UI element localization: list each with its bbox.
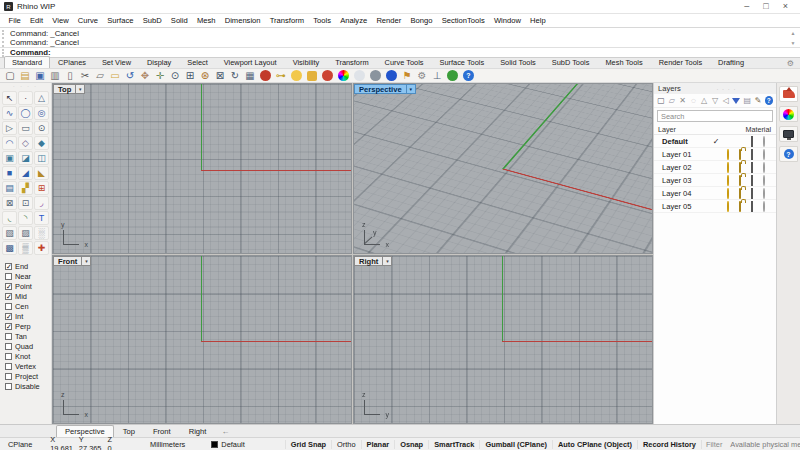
sphere-tool-icon[interactable]: ◢ (18, 166, 33, 180)
viewport-front[interactable]: Front ▾ z x (52, 255, 352, 424)
osnap-checkbox[interactable] (5, 363, 12, 370)
status-pane-toggle[interactable]: Auto CPlane (Object) (552, 440, 637, 449)
toolbar-tab[interactable]: CPlanes (50, 56, 94, 68)
viewport-perspective-title[interactable]: Perspective ▾ (354, 84, 416, 94)
viewport-tab[interactable]: Top (114, 425, 144, 437)
plane-tool-icon[interactable]: ▣ (2, 151, 17, 165)
layer-name[interactable]: Layer 02 (662, 163, 710, 172)
polyline-tool-icon[interactable]: ▷ (2, 121, 17, 135)
filter-funnel-icon[interactable] (732, 95, 740, 106)
layers-search-input[interactable] (657, 110, 773, 122)
link-nodes-icon[interactable]: ⊶ (274, 69, 288, 82)
layer-color-swatch[interactable] (751, 136, 753, 147)
cut-icon[interactable]: ✂ (78, 69, 92, 82)
toolbar-tab[interactable]: Transform (327, 56, 376, 68)
layer-color-swatch[interactable] (751, 175, 753, 186)
layer-name[interactable]: Layer 04 (662, 189, 710, 198)
layer-material-icon[interactable] (763, 136, 765, 147)
layer-row-default[interactable]: Default ✓ (654, 135, 776, 148)
osnap-checkbox[interactable] (5, 373, 12, 380)
command-scrollbar[interactable]: ▲ ▼ (789, 30, 797, 46)
viewport-tab-scroll-arrow-icon[interactable]: ← (221, 427, 229, 436)
array-tool-icon[interactable]: ▨ (18, 226, 33, 240)
split-tool-icon[interactable]: ◝ (18, 211, 33, 225)
menu-item[interactable]: SectionTools (437, 16, 489, 25)
menu-item[interactable]: Mesh (192, 16, 220, 25)
menu-item[interactable]: Render (372, 16, 406, 25)
current-layer-indicator[interactable]: Default (211, 440, 244, 449)
layers-help-icon[interactable]: ? (765, 96, 773, 105)
tab-layers-shark-icon[interactable] (779, 86, 798, 102)
sphere-blue-icon[interactable] (386, 70, 397, 81)
copy-icon[interactable]: ▱ (93, 69, 107, 82)
transform-handle-icon[interactable]: ⊥ (430, 69, 444, 82)
viewport-title-dropdown-icon[interactable]: ▾ (383, 256, 392, 266)
open-folder-icon[interactable]: ▤ (18, 69, 32, 82)
cplane-flag-icon[interactable]: ⚑ (400, 69, 414, 82)
undo-icon[interactable]: ↺ (123, 69, 137, 82)
menu-item[interactable]: Solid (166, 16, 192, 25)
viewport-title-label[interactable]: Right (354, 256, 383, 266)
osnap-checkbox[interactable] (5, 273, 12, 280)
panel-drag-dots[interactable]: · · · · (681, 86, 772, 92)
ellipse-tool-icon[interactable]: ◎ (34, 106, 49, 120)
layer-lock-icon[interactable] (739, 201, 741, 212)
extract-tool-icon[interactable]: ▞ (18, 181, 33, 195)
layer-color-swatch[interactable] (751, 201, 753, 212)
toolbar-tab[interactable]: Drafting (710, 56, 752, 68)
toolbar-options-gear-icon[interactable]: ⚙ (787, 59, 794, 68)
osnap-checkbox[interactable]: ✓ (5, 263, 12, 270)
layer-row[interactable]: Layer 02 (654, 161, 776, 174)
point-tool-icon[interactable]: ∙ (18, 91, 33, 105)
menu-item[interactable]: Edit (25, 16, 47, 25)
toolbar-tab[interactable]: Mesh Tools (597, 56, 650, 68)
viewport-right-title[interactable]: Right ▾ (354, 256, 392, 266)
layer-visibility-bulb-icon[interactable] (727, 175, 729, 186)
curve-tool-icon[interactable]: ∿ (2, 106, 17, 120)
print-icon[interactable]: ▥ (48, 69, 62, 82)
polygon-tool-icon[interactable]: ⊙ (34, 121, 49, 135)
shark-render-icon[interactable] (322, 70, 333, 81)
toolbar-tab[interactable]: Set View (94, 56, 139, 68)
new-file-icon[interactable]: ▢ (3, 69, 17, 82)
menu-item[interactable]: Dimension (220, 16, 265, 25)
select-tool-icon[interactable]: ↖ (2, 91, 17, 105)
osnap-checkbox[interactable]: ✓ (5, 293, 12, 300)
menu-item[interactable]: Transform (265, 16, 309, 25)
sphere-gray-icon[interactable] (370, 70, 381, 81)
menu-item[interactable]: Window (489, 16, 525, 25)
toolbar-tab[interactable]: SubD Tools (544, 56, 598, 68)
tab-help-icon[interactable]: ? (779, 146, 798, 162)
toolbar-tab[interactable]: Display (139, 56, 179, 68)
hatch-tool-icon[interactable]: ░ (34, 226, 49, 240)
viewport-front-title[interactable]: Front ▾ (53, 256, 91, 266)
toolbar-tab[interactable]: Surface Tools (432, 56, 493, 68)
menu-item[interactable]: Analyze (336, 16, 372, 25)
dimension-tool-icon[interactable]: ▧ (2, 226, 17, 240)
command-area-handle[interactable] (2, 30, 5, 47)
layer-name[interactable]: Layer 03 (662, 176, 710, 185)
menu-item[interactable]: Bongo (406, 16, 437, 25)
rotate-view-icon[interactable]: ↻ (228, 69, 242, 82)
layer-lock-icon[interactable] (739, 188, 741, 199)
layer-color-swatch[interactable] (751, 149, 753, 160)
new-sublayer-icon[interactable]: ▱ (668, 95, 676, 106)
close-button[interactable]: × (783, 2, 788, 11)
named-view-car-icon[interactable] (260, 70, 271, 81)
layer-row[interactable]: Layer 05 (654, 200, 776, 213)
zoom-dynamic-icon[interactable]: ⊛ (198, 69, 212, 82)
surface-tool-icon[interactable]: ◆ (34, 136, 49, 150)
layer-name[interactable]: Default (662, 137, 710, 146)
layer-visibility-bulb-icon[interactable] (727, 201, 729, 212)
layer-lock-icon[interactable] (739, 162, 741, 173)
toolbar-tab[interactable]: Standard (4, 56, 50, 68)
status-pane-toggle[interactable]: Gumball (CPlane) (479, 440, 552, 449)
pan-icon[interactable]: ✥ (138, 69, 152, 82)
move-layer-up-icon[interactable]: △ (700, 95, 708, 106)
tab-display-color-wheel-icon[interactable] (779, 106, 798, 122)
layer-material-icon[interactable] (763, 149, 765, 160)
layer-name[interactable]: Layer 01 (662, 150, 710, 159)
join-tool-icon[interactable]: ◞ (34, 196, 49, 210)
text-tool-icon[interactable]: T (34, 211, 49, 225)
layer-row[interactable]: Layer 01 (654, 148, 776, 161)
